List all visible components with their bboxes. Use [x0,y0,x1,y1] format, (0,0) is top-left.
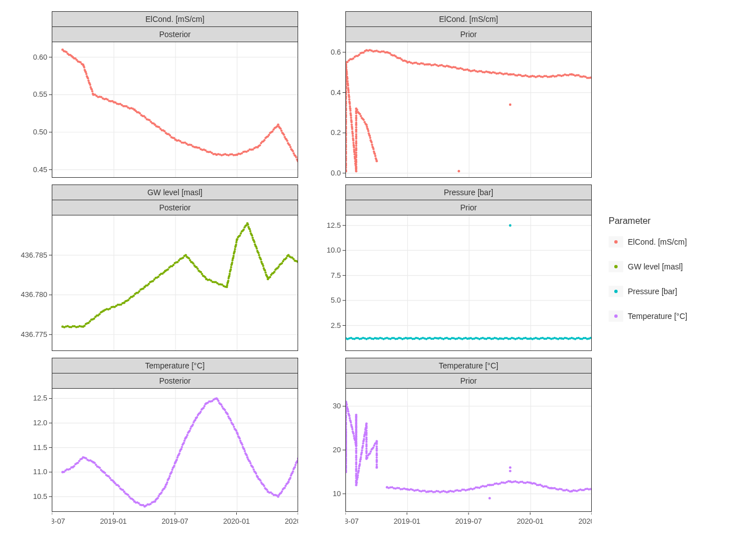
legend-item-3: Temperature [°C] [609,310,687,322]
svg-point-1082 [186,434,188,436]
chart-svg [346,42,592,177]
svg-point-42 [89,84,91,86]
svg-point-38 [87,77,89,79]
plot-area [52,215,298,351]
svg-point-775 [277,266,280,268]
svg-point-722 [238,235,241,237]
svg-point-1120 [224,409,226,411]
svg-point-307 [350,114,352,116]
svg-point-1419 [365,429,367,431]
chart-svg [52,215,298,350]
svg-point-365 [355,128,357,130]
svg-point-381 [359,113,361,115]
svg-point-1366 [355,464,357,466]
x-axis: 2018-072019-012019-072020-012020-07 [52,512,298,528]
svg-point-1589 [509,470,511,472]
svg-point-399 [370,141,372,143]
svg-point-739 [251,237,254,239]
svg-point-701 [230,268,232,271]
svg-point-1399 [361,449,363,452]
y-tick-label: 0.6 [331,48,341,56]
svg-point-669 [196,268,199,270]
svg-point-1363 [355,458,357,461]
svg-point-293 [348,91,350,93]
svg-point-1018 [127,494,129,496]
legend-label: GW level [masl] [628,262,683,271]
y-tick-label: 0.60 [33,53,47,61]
svg-point-382 [359,115,362,117]
y-tick-label: 0.2 [331,128,341,137]
svg-point-1094 [196,416,198,418]
svg-point-168 [271,130,273,133]
x-axis: 2018-072019-012019-072020-012020-07 [345,512,592,528]
svg-point-173 [277,123,279,125]
svg-point-597 [98,313,101,316]
svg-point-191 [291,150,294,152]
svg-point-778 [281,262,283,264]
svg-point-1341 [355,422,357,424]
svg-point-355 [355,145,357,147]
svg-point-1040 [156,497,159,499]
svg-point-1055 [168,475,170,477]
svg-point-558 [590,76,592,79]
svg-point-312 [350,124,353,126]
svg-point-1461 [375,461,377,463]
svg-point-1131 [233,426,235,428]
figure: ElCond. [mS/cm]Posterior0.450.500.550.60… [11,11,745,526]
y-tick-label: 12.5 [33,394,47,402]
svg-point-1159 [253,469,255,471]
svg-point-1130 [232,424,234,426]
svg-point-746 [255,248,258,250]
svg-point-1337 [355,415,357,417]
svg-point-1387 [357,470,359,472]
svg-point-760 [264,269,266,272]
svg-point-214 [346,166,347,169]
svg-point-1352 [355,440,357,443]
y-tick-label: 11.5 [33,443,47,452]
svg-point-1150 [245,454,248,456]
svg-point-616 [127,299,129,302]
svg-point-1367 [355,466,357,468]
svg-point-195 [295,156,297,159]
panel-temp_posterior: Temperature [°C]Posterior10.511.011.512.… [11,358,298,526]
svg-point-656 [182,256,184,259]
svg-point-243 [346,119,347,121]
svg-point-289 [346,84,349,87]
svg-point-177 [280,129,282,132]
svg-point-1359 [355,452,357,454]
y-tick-label: 12.5 [327,221,341,230]
legend-label: Pressure [bar] [628,287,677,296]
svg-point-78 [138,112,141,114]
svg-point-1426 [365,440,367,443]
svg-point-187 [289,144,291,146]
svg-point-767 [269,276,271,278]
svg-point-1588 [509,466,511,469]
svg-point-1406 [363,438,365,440]
svg-point-1418 [365,427,367,429]
svg-point-980 [76,462,79,464]
svg-point-1304 [350,421,352,424]
svg-point-403 [372,148,375,150]
svg-point-1415 [365,422,367,425]
svg-point-1158 [251,466,254,469]
svg-point-35 [85,73,87,75]
svg-point-624 [138,290,140,292]
svg-point-1136 [236,433,238,435]
x-tick-label: 2020-07 [285,517,298,525]
svg-point-620 [133,295,135,297]
y-axis: 10.511.011.512.012.5 [11,389,52,512]
svg-point-354 [355,147,357,149]
svg-point-1044 [160,492,163,494]
svg-point-46 [91,90,93,92]
svg-point-742 [253,241,255,243]
svg-point-1312 [353,435,355,437]
svg-point-1403 [362,442,364,444]
svg-point-1089 [192,424,194,426]
svg-point-1462 [375,464,377,466]
facet-grid: ElCond. [mS/cm]Posterior0.450.500.550.60… [11,11,592,526]
svg-point-1004 [109,477,111,479]
svg-point-31 [83,66,85,69]
svg-point-1300 [348,415,350,417]
legend-swatch [609,236,623,248]
svg-point-691 [226,284,228,286]
